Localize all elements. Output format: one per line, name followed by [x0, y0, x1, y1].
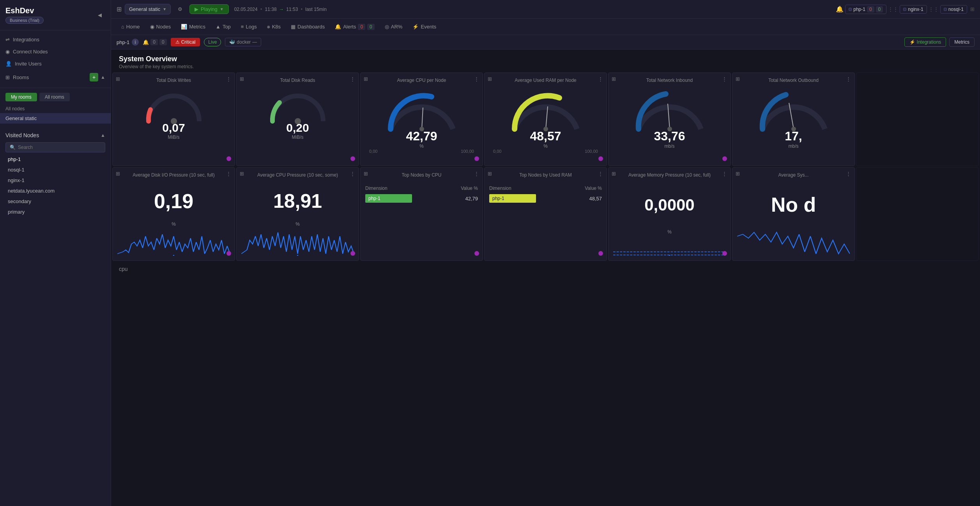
tab-dashboards[interactable]: ▦ Dashboards [286, 21, 329, 33]
node-tag-nosql1[interactable]: nosql-1 [940, 5, 967, 14]
metric-pin-icon2[interactable] [350, 156, 356, 163]
metric-menu-icon9[interactable]: ⋮ [474, 171, 479, 176]
tab-nodes[interactable]: ◉ Nodes [145, 21, 176, 33]
metric-pin-icon8[interactable] [350, 251, 356, 257]
metric-menu-icon3[interactable]: ⋮ [474, 76, 479, 81]
sidebar-item-rooms[interactable]: ⊞ Rooms + ▲ [0, 70, 111, 85]
live-button[interactable]: Live [204, 38, 221, 46]
metric-menu-icon6[interactable]: ⋮ [846, 76, 851, 81]
ar-icon: ◎ [385, 24, 389, 30]
space-selector[interactable]: General static ▼ [125, 4, 171, 14]
time-display: 02.05.2024 • 11:38 → 11:53 • last 15min [234, 7, 327, 12]
tab-k8s[interactable]: ⎈ K8s [262, 21, 285, 33]
metric-cpu: ⊞ Average CPU per Node ⋮ 42,79 % 0,00 [360, 73, 483, 166]
room-icon: ⊞ [5, 74, 10, 80]
alert-counts: 🔔 0 0 [143, 39, 166, 45]
mem-pressure-number: 0,0000 [644, 196, 694, 214]
rooms-chevron-icon: ▲ [101, 74, 105, 80]
main-content: ⊞ General static ▼ ⚙ ▶ Playing ▼ 02.05.2… [111, 0, 980, 506]
metric-pin-icon4[interactable] [598, 156, 603, 163]
node-item-nosql1[interactable]: nosql-1 [0, 165, 111, 175]
metric-pin-icon7[interactable] [226, 251, 232, 257]
tab-alerts[interactable]: 🔔 Alerts 0 0 [330, 21, 379, 33]
node-info-icon[interactable]: ℹ [132, 39, 139, 46]
sys-number: No d [771, 193, 816, 216]
ram-dim-value: php-1 [492, 196, 504, 201]
metrics-icon: 📊 [181, 24, 187, 30]
ram-max-label: 100,00 [585, 149, 598, 154]
critical-button[interactable]: ⚠ Critical [171, 38, 200, 46]
node-tag-php1[interactable]: php-1 0 0 [845, 5, 886, 14]
ram-dim-header: Dimension [489, 184, 572, 193]
tab-events[interactable]: ⚡ Events [408, 21, 441, 33]
tab-top[interactable]: ▲ Top [211, 21, 235, 33]
tab-all-rooms[interactable]: All rooms [39, 93, 70, 101]
visited-nodes-title: Visited Nodes [5, 132, 39, 138]
visited-nodes-section: Visited Nodes ▲ 🔍 php-1 nosql-1 nginx-1 … [0, 127, 111, 220]
node-tag-nginx1[interactable]: nginx-1 [900, 5, 927, 14]
tab-logs[interactable]: ≡ Logs [236, 21, 262, 33]
sidebar-item-label: Invite Users [15, 61, 42, 67]
space-label: General static [129, 6, 160, 12]
drag-icon7: ⊞ [116, 171, 121, 176]
sidebar: EshDev Business (Trial) ◀ ⇌ Integrations… [0, 0, 111, 506]
metric-pin-icon[interactable] [226, 156, 232, 163]
metric-pin-icon10[interactable] [598, 251, 603, 257]
docker-badge[interactable]: 🐳 docker — [225, 38, 261, 46]
drag-icon8: ⊞ [240, 171, 245, 176]
settings-icon[interactable]: ⚙ [175, 4, 186, 15]
node-item-php1[interactable]: php-1 [0, 154, 111, 165]
search-input[interactable] [18, 145, 101, 150]
add-room-button[interactable]: + [90, 73, 98, 81]
tab-home[interactable]: ⌂ Home [117, 21, 145, 33]
metric-menu-icon4[interactable]: ⋮ [598, 76, 603, 81]
cpu-sparkline [241, 228, 354, 256]
node-tag-icon [849, 8, 852, 11]
sidebar-item-invite-users[interactable]: 👤 Invite Users [0, 58, 111, 70]
node-item-primary[interactable]: primary [0, 207, 111, 217]
metric-net-out: ⊞ Total Network Outbound ⋮ 17, mb/s [732, 73, 855, 166]
metric-menu-icon12[interactable]: ⋮ [846, 171, 851, 176]
drag-icon3: ⊞ [364, 76, 369, 81]
tab-my-rooms[interactable]: My rooms [5, 93, 37, 101]
metric-menu-icon[interactable]: ⋮ [226, 76, 232, 81]
sidebar-collapse-button[interactable]: ◀ [94, 10, 105, 21]
playing-button[interactable]: ▶ Playing ▼ [189, 4, 229, 14]
metric-menu-icon8[interactable]: ⋮ [350, 171, 356, 176]
sidebar-item-connect-nodes[interactable]: ◉ Connect Nodes [0, 46, 111, 58]
metric-pin-icon5[interactable] [722, 156, 727, 163]
metric-menu-icon11[interactable]: ⋮ [722, 171, 727, 176]
metric-pin-icon3[interactable] [474, 156, 479, 163]
alert-count-2: 0 [159, 39, 167, 45]
metric-menu-icon10[interactable]: ⋮ [598, 171, 603, 176]
k8s-icon: ⎈ [267, 24, 270, 30]
metrics-button[interactable]: Metrics [949, 37, 975, 47]
metric-pin-icon9[interactable] [474, 251, 479, 257]
layout-icon[interactable]: ⊞ [970, 6, 975, 12]
tab-dashboards-label: Dashboards [297, 24, 325, 30]
sidebar-item-integrations[interactable]: ⇌ Integrations [0, 34, 111, 46]
tab-metrics[interactable]: 📊 Metrics [176, 21, 210, 33]
metric-menu-icon2[interactable]: ⋮ [350, 76, 356, 81]
all-nodes-item[interactable]: All nodes [0, 104, 111, 113]
integrations-button[interactable]: ⚡ Integrations [904, 37, 946, 47]
metric-sys-nodata: ⊞ Average Sys... ⋮ No d [732, 167, 855, 261]
live-label: Live [208, 39, 217, 45]
tab-ar[interactable]: ◎ AR% [380, 21, 407, 33]
topbar-right: 🔔 php-1 0 0 ⋮⋮ nginx-1 ⋮⋮ nosql-1 ⊞ [836, 5, 975, 14]
svg-point-12 [722, 156, 727, 161]
drag-icon11: ⊞ [612, 171, 617, 176]
sidebar-item-label: Rooms [13, 74, 29, 80]
general-static-item[interactable]: General static [0, 113, 111, 124]
node-item-netdata[interactable]: netdata.lyucean.com [0, 186, 111, 196]
disk-sparkline [117, 228, 230, 256]
node-item-nginx1[interactable]: nginx-1 [0, 175, 111, 186]
node-item-secondary[interactable]: secondary [0, 196, 111, 207]
metric-pin-icon11[interactable] [722, 251, 727, 257]
ram-val-header: Value % [572, 184, 602, 193]
notification-icon[interactable]: 🔔 [836, 5, 844, 13]
metric-menu-icon5[interactable]: ⋮ [722, 76, 727, 81]
metric-mem-pressure: ⊞ Average Memory Pressure (10 sec, full)… [608, 167, 731, 261]
metrics-btn-label: Metrics [954, 39, 969, 45]
metric-menu-icon7[interactable]: ⋮ [226, 171, 232, 176]
